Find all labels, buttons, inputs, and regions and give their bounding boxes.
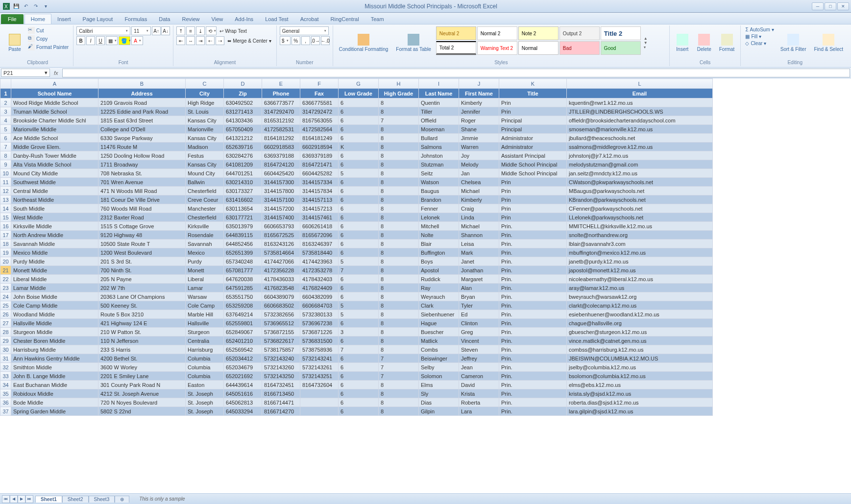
fill-color-button[interactable]: 🪣▾ — [119, 36, 130, 45]
cell[interactable]: 8 — [379, 345, 419, 354]
cell[interactable]: 652639716 — [224, 143, 262, 151]
cell[interactable]: 5736831500 — [300, 336, 339, 345]
cell[interactable]: 6 — [339, 354, 379, 363]
cell[interactable]: 9120 Highway 48 — [98, 231, 186, 240]
table-header-cell[interactable]: Zip — [224, 89, 262, 98]
col-header-E[interactable]: E — [262, 79, 300, 89]
table-header-cell[interactable]: Fax — [300, 89, 339, 98]
cell[interactable]: 210 W Patton St. — [98, 328, 186, 336]
cell[interactable]: 630284276 — [224, 151, 262, 160]
cell[interactable]: 8 — [379, 151, 419, 160]
cell[interactable]: gbuescher@sturgeon.k12.mo.us — [567, 328, 713, 336]
cell[interactable]: 4172582531 — [262, 125, 300, 134]
cell[interactable]: Prin. — [499, 266, 567, 275]
cell[interactable]: Hague — [419, 319, 459, 328]
cell[interactable]: Melody — [459, 160, 499, 169]
cell[interactable]: 2109 Gravois Road — [98, 98, 186, 107]
cell[interactable]: Kansas City — [186, 160, 224, 169]
cell[interactable]: Robidoux Middle — [11, 389, 98, 398]
cell[interactable]: Wood Ridge Middle School — [11, 98, 98, 107]
cell[interactable]: Brandon — [419, 195, 459, 204]
cell[interactable]: 3144157113 — [300, 195, 339, 204]
cell[interactable]: 5 — [339, 169, 379, 178]
style-normal[interactable]: Normal — [518, 41, 559, 55]
cell[interactable]: Prin. — [499, 222, 567, 231]
cell[interactable]: Woodland Middle — [11, 310, 98, 319]
tab-acrobat[interactable]: Acrobat — [294, 14, 325, 24]
cell[interactable]: Sly — [419, 389, 459, 398]
cell[interactable]: St. Joseph — [186, 407, 224, 416]
cell[interactable]: 641081209 — [224, 160, 262, 169]
row-header[interactable]: 32 — [0, 363, 11, 372]
cell[interactable]: Harrisburg — [186, 345, 224, 354]
table-header-cell[interactable]: Email — [567, 89, 713, 98]
cell[interactable]: 8 — [379, 125, 419, 134]
cell[interactable]: 6604382099 — [300, 292, 339, 301]
cell[interactable]: Harrisburg Middle — [11, 345, 98, 354]
cell[interactable]: 20363 Lane Of Champions — [98, 292, 186, 301]
row-header[interactable]: 37 — [0, 407, 11, 416]
style-bad[interactable]: Bad — [559, 41, 600, 55]
italic-button[interactable]: I — [86, 36, 95, 45]
table-header-cell[interactable]: First Name — [459, 89, 499, 98]
cell[interactable]: 5732143251 — [300, 372, 339, 381]
format-cells-button[interactable]: Format — [716, 26, 738, 59]
sheet-nav-next-icon[interactable]: ▶ — [18, 495, 25, 503]
cell[interactable]: 6369379189 — [300, 151, 339, 160]
cell[interactable]: 631416602 — [224, 195, 262, 204]
cell[interactable]: 6 — [339, 116, 379, 125]
col-header-A[interactable]: A — [11, 79, 98, 89]
cell[interactable]: 641303436 — [224, 116, 262, 125]
cell[interactable]: Prin. — [499, 319, 567, 328]
row-header[interactable]: 7 — [0, 143, 11, 151]
cell[interactable]: bweyrauch@warsawk12.org — [567, 292, 713, 301]
cell[interactable]: Jimmie — [459, 134, 499, 143]
cell[interactable]: Jonathan — [459, 266, 499, 275]
cell[interactable]: 5736822617 — [262, 336, 300, 345]
cell[interactable]: Prin. — [499, 292, 567, 301]
cell[interactable]: jselby@columbia.k12.mo.us — [567, 363, 713, 372]
cell[interactable]: esiebenhuener@woodland.k12.mo.us — [567, 310, 713, 319]
cell[interactable]: 4176824409 — [300, 284, 339, 292]
cell[interactable]: ssalmons@middlegrove.k12.mo.us — [567, 143, 713, 151]
cell[interactable]: 471 N Woods Mill Road — [98, 187, 186, 195]
table-header-cell[interactable]: Low Grade — [339, 89, 379, 98]
cell[interactable]: College and O'Dell — [98, 125, 186, 134]
cell[interactable]: Marionville Middle — [11, 125, 98, 134]
format-painter-button[interactable]: 🖌Format Painter — [26, 43, 70, 51]
cell[interactable]: 8 — [379, 292, 419, 301]
cell-styles-gallery[interactable]: Neutral 2Normal 2Note 2Output 2Title 2To… — [436, 26, 641, 59]
cell[interactable]: Combs — [419, 345, 459, 354]
cell[interactable]: Spring Garden Middle — [11, 407, 98, 416]
cell[interactable]: 635013979 — [224, 222, 262, 231]
cell[interactable]: 5 — [339, 301, 379, 310]
worksheet-grid[interactable]: ABCDEFGHIJKL1School NameAddressCityZipPh… — [0, 78, 851, 493]
cell[interactable]: Craig — [459, 204, 499, 213]
cell[interactable]: 657340248 — [224, 257, 262, 266]
style-output-2[interactable]: Output 2 — [559, 26, 600, 40]
row-header[interactable]: 1 — [0, 89, 11, 98]
cell[interactable]: 8167563055 — [300, 116, 339, 125]
cell[interactable]: 708 Nebraska St. — [98, 169, 186, 178]
cell[interactable]: 657050409 — [224, 125, 262, 134]
cell[interactable]: MMITCHELL@kirksville.k12.mo.us — [567, 222, 713, 231]
align-center-button[interactable]: ↔ — [186, 36, 195, 45]
comma-button[interactable]: , — [301, 36, 310, 45]
tab-add-ins[interactable]: Add-Ins — [229, 14, 259, 24]
cell[interactable]: 8164724120 — [262, 160, 300, 169]
align-left-button[interactable]: ⇤ — [176, 36, 185, 45]
style-total-2[interactable]: Total 2 — [436, 41, 476, 55]
cell[interactable]: nicoleabernathy@liberal.k12.mo.us — [567, 275, 713, 284]
cell[interactable]: 657081777 — [224, 266, 262, 275]
row-header[interactable]: 18 — [0, 240, 11, 248]
cell[interactable]: 8166714471 — [262, 398, 300, 407]
cell[interactable]: 8 — [379, 407, 419, 416]
cell[interactable]: 6606683502 — [262, 301, 300, 310]
cell[interactable]: 6 — [339, 336, 379, 345]
row-header[interactable]: 28 — [0, 328, 11, 336]
row-header[interactable]: 25 — [0, 301, 11, 310]
cell[interactable]: 8 — [379, 195, 419, 204]
cell[interactable]: Assistant Principal — [499, 151, 567, 160]
cell[interactable]: Lamar Middle — [11, 284, 98, 292]
cell[interactable]: Marble Hill — [186, 310, 224, 319]
